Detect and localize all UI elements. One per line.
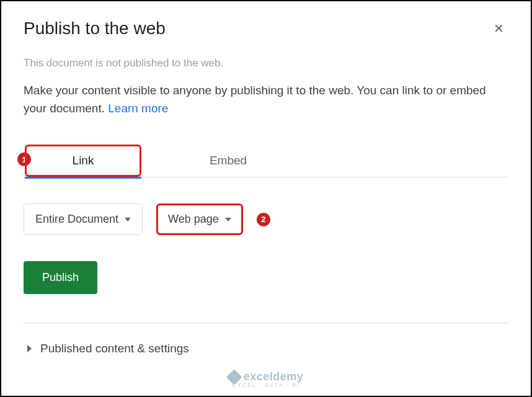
- publish-button-label: Publish: [42, 271, 79, 283]
- publish-status: This document is not published to the we…: [24, 57, 508, 69]
- divider: [24, 323, 508, 323]
- close-button[interactable]: ✕: [489, 19, 508, 38]
- cube-icon: [226, 369, 242, 385]
- published-settings-expander[interactable]: Published content & settings: [24, 342, 508, 355]
- dialog-description: Make your content visible to anyone by p…: [24, 82, 508, 117]
- watermark-sub: EXCEL · DATA · BI: [233, 382, 300, 388]
- format-select[interactable]: Web page: [156, 203, 243, 235]
- publish-dialog: Publish to the web ✕ This document is no…: [1, 1, 531, 355]
- tab-embed-label: Embed: [210, 154, 247, 167]
- publish-button[interactable]: Publish: [24, 261, 97, 294]
- published-settings-label: Published content & settings: [40, 342, 189, 355]
- scope-select-value: Entire Document: [35, 213, 118, 226]
- watermark-brand: exceldemy: [244, 370, 304, 383]
- learn-more-link[interactable]: Learn more: [108, 102, 168, 115]
- chevron-down-icon: [125, 218, 131, 221]
- callout-badge-2: 2: [257, 213, 270, 226]
- description-text: Make your content visible to anyone by p…: [24, 84, 486, 115]
- format-select-value: Web page: [168, 213, 219, 226]
- chevron-right-icon: [27, 345, 32, 352]
- tab-link[interactable]: Link: [25, 145, 141, 177]
- close-icon: ✕: [494, 21, 504, 36]
- tab-link-label: Link: [73, 154, 94, 167]
- scope-select[interactable]: Entire Document: [24, 203, 143, 235]
- tabs: 1 Link Embed: [24, 145, 508, 177]
- publish-options: Entire Document Web page 2: [24, 203, 508, 235]
- dialog-title: Publish to the web: [24, 19, 166, 38]
- tab-embed[interactable]: Embed: [148, 146, 309, 175]
- dialog-header: Publish to the web ✕: [24, 19, 508, 38]
- chevron-down-icon: [225, 218, 231, 221]
- watermark: exceldemy EXCEL · DATA · BI: [229, 370, 304, 388]
